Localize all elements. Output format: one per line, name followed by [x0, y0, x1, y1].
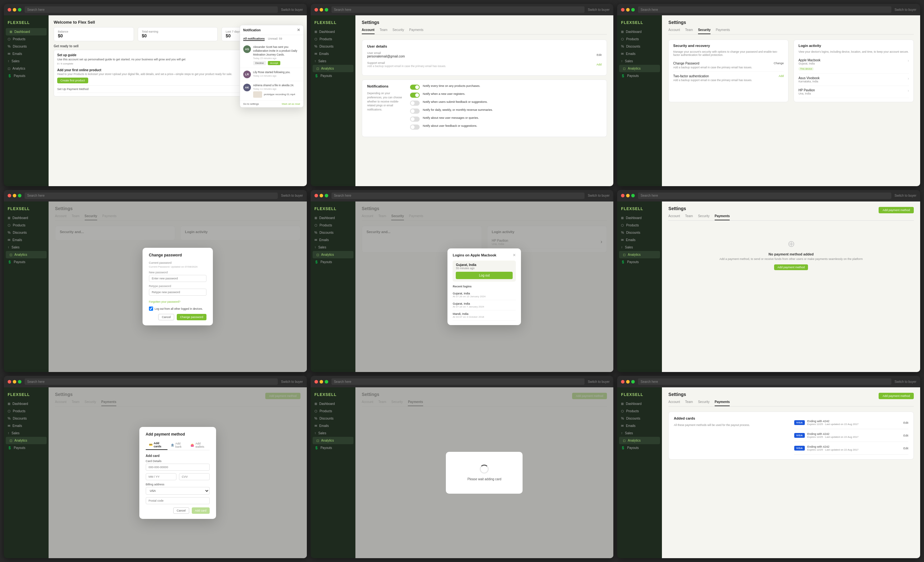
- switch-buyer-7[interactable]: Switch to buyer: [281, 380, 303, 384]
- sidebar-4-payouts[interactable]: 💲Payouts: [4, 258, 49, 266]
- sidebar-4-products[interactable]: ⬡Products: [4, 221, 49, 229]
- ptab-cards[interactable]: 💳 Add cards: [146, 440, 168, 450]
- sidebar-item-payouts[interactable]: 💲 Payouts: [4, 72, 49, 79]
- sidebar-item-emails[interactable]: ✉ Emails: [4, 50, 49, 57]
- sidebar-5-analytics[interactable]: ◻Analytics: [313, 251, 354, 258]
- sidebar-2-emails[interactable]: ✉Emails: [310, 50, 356, 57]
- tl-red-5[interactable]: [315, 194, 318, 197]
- sidebar-item-sales[interactable]: ↑ Sales: [4, 57, 49, 65]
- edit-email-link[interactable]: Edit: [597, 53, 602, 57]
- logout-btn[interactable]: Log out: [456, 272, 513, 279]
- add-payment-btn-6[interactable]: Add payment method: [879, 207, 914, 213]
- create-first-product-btn[interactable]: Create first product: [57, 78, 88, 83]
- tl-green[interactable]: [18, 8, 21, 12]
- stab3-team[interactable]: Team: [685, 28, 693, 34]
- sidebar-item-discounts[interactable]: % Discounts: [4, 43, 49, 50]
- tl-yellow-5[interactable]: [320, 194, 323, 197]
- sidebar-3-payouts[interactable]: 💲Payouts: [617, 72, 662, 79]
- stab3-payments[interactable]: Payments: [716, 28, 730, 34]
- postal-input[interactable]: [146, 497, 210, 504]
- stab-account[interactable]: Account: [362, 28, 375, 34]
- tl-green-9[interactable]: [631, 380, 635, 384]
- toggle-3[interactable]: [410, 100, 420, 106]
- new-password-input[interactable]: [149, 275, 207, 282]
- sidebar-6-emails[interactable]: ✉Emails: [617, 236, 662, 244]
- stab9-account[interactable]: Account: [668, 400, 680, 406]
- tl-red-9[interactable]: [621, 380, 624, 384]
- toggle-6[interactable]: [410, 124, 420, 130]
- tl-green-4[interactable]: [18, 194, 21, 197]
- stab3-security[interactable]: Security: [698, 28, 711, 34]
- sidebar-item-products[interactable]: ⬡ Products: [4, 36, 49, 43]
- sidebar-7-discounts[interactable]: %Discounts: [4, 415, 49, 422]
- tl-green-7[interactable]: [18, 380, 21, 384]
- tl-yellow-6[interactable]: [626, 194, 630, 197]
- edit-card-2-link[interactable]: Edit: [903, 434, 909, 437]
- switch-buyer-9[interactable]: Switch to buyer: [895, 380, 916, 384]
- sidebar-5-emails[interactable]: ✉Emails: [310, 236, 356, 244]
- add-card-btn[interactable]: Add card: [192, 507, 210, 514]
- sidebar-7-payouts[interactable]: 💲Payouts: [4, 444, 49, 451]
- sidebar-5-dashboard[interactable]: ⊞Dashboard: [310, 214, 356, 221]
- sidebar-8-payouts[interactable]: 💲Payouts: [310, 444, 356, 451]
- sidebar-4-analytics[interactable]: ◻Analytics: [6, 251, 46, 258]
- sidebar-6-dashboard[interactable]: ⊞Dashboard: [617, 214, 662, 221]
- sidebar-4-dashboard[interactable]: ⊞Dashboard: [4, 214, 49, 221]
- sidebar-8-dashboard[interactable]: ⊞Dashboard: [310, 400, 356, 408]
- sidebar-3-products[interactable]: ⬡Products: [617, 36, 662, 43]
- toggle-5[interactable]: [410, 117, 420, 122]
- stab9-payments[interactable]: Payments: [715, 400, 730, 406]
- sidebar-9-analytics[interactable]: ◻Analytics: [619, 437, 660, 444]
- sidebar-6-sales[interactable]: ↑Sales: [617, 244, 662, 251]
- tl-red-6[interactable]: [621, 194, 624, 197]
- switch-buyer-6[interactable]: Switch to buyer: [895, 194, 916, 197]
- tl-red-2[interactable]: [315, 8, 318, 12]
- sidebar-8-sales[interactable]: ↑Sales: [310, 429, 356, 437]
- chevron-right-macbook[interactable]: ›: [908, 58, 909, 63]
- sidebar-8-emails[interactable]: ✉Emails: [310, 422, 356, 429]
- sidebar-6-products[interactable]: ⬡Products: [617, 221, 662, 229]
- sidebar-item-dashboard[interactable]: ⊞ Dashboard: [6, 28, 46, 36]
- sidebar-9-dashboard[interactable]: ⊞Dashboard: [617, 400, 662, 408]
- card-number-input[interactable]: [146, 464, 210, 471]
- change-password-link[interactable]: Change: [774, 61, 784, 65]
- switch-buyer-4[interactable]: Switch to buyer: [281, 194, 303, 197]
- sidebar-2-discounts[interactable]: %Discounts: [310, 43, 356, 50]
- chevron-right-hp[interactable]: ›: [908, 88, 909, 93]
- tl-yellow-8[interactable]: [320, 380, 323, 384]
- tl-red-7[interactable]: [8, 380, 11, 384]
- logins-close-btn[interactable]: ✕: [513, 253, 516, 257]
- tl-green-2[interactable]: [325, 8, 328, 12]
- notif-close-btn[interactable]: ✕: [297, 28, 300, 32]
- decline-btn[interactable]: Decline: [253, 61, 266, 65]
- expiry-input[interactable]: [146, 473, 176, 480]
- toggle-4[interactable]: [410, 109, 420, 114]
- sidebar-9-sales[interactable]: ↑Sales: [617, 429, 662, 437]
- stab9-security[interactable]: Security: [698, 400, 710, 406]
- tl-yellow-9[interactable]: [626, 380, 630, 384]
- sidebar-5-discounts[interactable]: %Discounts: [310, 229, 356, 236]
- sidebar-2-products[interactable]: ⬡Products: [310, 36, 356, 43]
- sidebar-7-analytics[interactable]: ◻Analytics: [6, 437, 46, 444]
- stab3-account[interactable]: Account: [668, 28, 680, 34]
- cancel-change-pw-btn[interactable]: Cancel: [158, 314, 174, 320]
- sidebar-8-products[interactable]: ⬡Products: [310, 408, 356, 415]
- tl-green-8[interactable]: [325, 380, 328, 384]
- sidebar-3-discounts[interactable]: %Discounts: [617, 43, 662, 50]
- sidebar-9-payouts[interactable]: 💲Payouts: [617, 444, 662, 451]
- tl-yellow-2[interactable]: [320, 8, 323, 12]
- sidebar-9-discounts[interactable]: %Discounts: [617, 415, 662, 422]
- sidebar-item-analytics[interactable]: ◻ Analytics: [4, 65, 49, 72]
- stab9-team[interactable]: Team: [685, 400, 693, 406]
- chevron-right-asus[interactable]: ›: [908, 76, 909, 81]
- country-select[interactable]: USA: [146, 487, 210, 495]
- tl-red-4[interactable]: [8, 194, 11, 197]
- go-to-settings-link[interactable]: Go to settings: [243, 103, 259, 105]
- tl-yellow-7[interactable]: [13, 380, 16, 384]
- tl-red-3[interactable]: [621, 8, 624, 12]
- sidebar-2-analytics[interactable]: ◻Analytics: [313, 65, 354, 72]
- sidebar-7-dashboard[interactable]: ⊞Dashboard: [4, 400, 49, 408]
- switch-to-buyer[interactable]: Switch to buyer: [281, 8, 303, 12]
- sidebar-3-sales[interactable]: ↑Sales: [617, 57, 662, 65]
- sidebar-9-products[interactable]: ⬡Products: [617, 408, 662, 415]
